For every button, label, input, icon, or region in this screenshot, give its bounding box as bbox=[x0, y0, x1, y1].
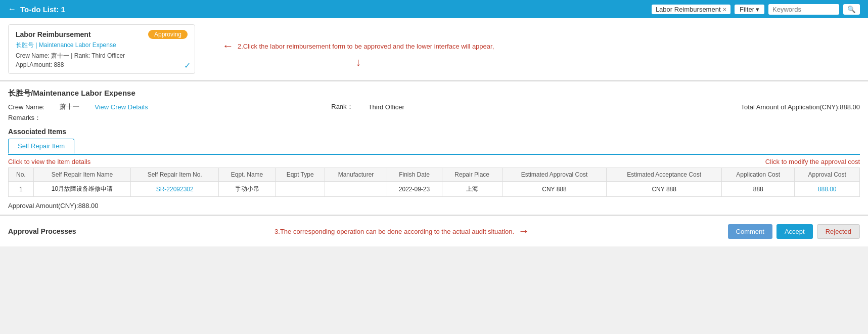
todo-card-crew-info: Crew Name: 萧十一 | Rank: Third Officer bbox=[16, 52, 188, 60]
annotation-3-text: 3.The corresponding operation can be don… bbox=[275, 228, 514, 235]
cell-application-cost: 888 bbox=[722, 182, 795, 197]
filter-tag: Labor Reimbursement × bbox=[652, 5, 730, 14]
col-no: No. bbox=[9, 168, 34, 182]
cell-est-approval-cost: CNY 888 bbox=[502, 182, 606, 197]
comment-button[interactable]: Comment bbox=[728, 224, 772, 239]
tab-self-repair-item[interactable]: Self Repair Item bbox=[8, 139, 74, 154]
repair-items-table: No. Self Repair Item Name Self Repair It… bbox=[8, 168, 860, 197]
remarks-label: Remarks： bbox=[8, 113, 41, 122]
filter-tag-close[interactable]: × bbox=[723, 6, 727, 13]
search-input[interactable] bbox=[768, 4, 839, 15]
annotation-1: ← 2.Click the labor reimbursement form t… bbox=[222, 39, 494, 53]
approving-badge: Approving bbox=[148, 30, 188, 39]
back-icon[interactable]: ← bbox=[8, 5, 16, 14]
cell-est-acceptance-cost: CNY 888 bbox=[607, 182, 722, 197]
col-eqpt-name: Eqpt. Name bbox=[219, 168, 276, 182]
approval-processes-label: Approval Processes bbox=[8, 227, 76, 235]
crew-name-label: Crew Name: bbox=[8, 103, 44, 111]
associated-items-label: Associated Items bbox=[8, 128, 860, 136]
col-repair-place: Repair Place bbox=[442, 168, 502, 182]
approval-processes-section: Approval Processes 3.The corresponding o… bbox=[0, 216, 868, 246]
col-approval-cost: Approval Cost bbox=[795, 168, 860, 182]
view-crew-details-link[interactable]: View Crew Details bbox=[95, 103, 148, 111]
col-item-name: Self Repair Item Name bbox=[33, 168, 131, 182]
page-title: To-do List: 1 bbox=[20, 5, 648, 14]
annotation-1-arrow-down: ↓ bbox=[222, 57, 494, 68]
cell-item-name: 10月故障设备维修申请 bbox=[33, 182, 131, 197]
detail-title: 长胜号/Maintenance Labor Expense bbox=[8, 89, 860, 98]
col-manufacturer: Manufacturer bbox=[325, 168, 387, 182]
total-amount: Total Amount of Application(CNY):888.00 bbox=[741, 103, 860, 111]
approval-annotation: 3.The corresponding operation can be don… bbox=[84, 225, 720, 238]
rank-label: Rank： bbox=[331, 102, 353, 111]
col-item-no: Self Repair Item No. bbox=[131, 168, 219, 182]
top-bar: ← To-do List: 1 Labor Reimbursement × Fi… bbox=[0, 0, 868, 18]
cell-manufacturer bbox=[325, 182, 387, 197]
cell-item-no[interactable]: SR-22092302 bbox=[131, 182, 219, 197]
todo-section: Labor Reimbursement Approving 长胜号 | Main… bbox=[0, 18, 868, 81]
todo-card-link[interactable]: 长胜号 | Maintenance Labor Expense bbox=[16, 41, 116, 49]
detail-section: 长胜号/Maintenance Labor Expense Crew Name:… bbox=[0, 81, 868, 216]
cell-no: 1 bbox=[9, 182, 34, 197]
accept-button[interactable]: Accept bbox=[776, 224, 813, 239]
crew-name-value: 萧十一 bbox=[60, 102, 79, 111]
tab-bar: Self Repair Item bbox=[8, 139, 860, 155]
todo-card-amount: Appl.Amount: 888 bbox=[16, 61, 188, 68]
col-eqpt-type: Eqpt Type bbox=[275, 168, 325, 182]
col-finish-date: Finish Date bbox=[387, 168, 442, 182]
cell-eqpt-name: 手动小吊 bbox=[219, 182, 276, 197]
annotation-modify-cost: Click to modify the approval cost bbox=[765, 158, 860, 165]
todo-card-title: Labor Reimbursement bbox=[16, 30, 91, 38]
cell-eqpt-type bbox=[275, 182, 325, 197]
cell-approval-cost[interactable]: 888.00 bbox=[795, 182, 860, 197]
approval-buttons: Comment Accept Rejected bbox=[728, 224, 860, 239]
search-button[interactable]: 🔍 bbox=[843, 4, 860, 15]
rejected-button[interactable]: Rejected bbox=[817, 224, 860, 239]
table-annotations: Click to view the item details Click to … bbox=[8, 155, 860, 168]
todo-card-check-icon: ✓ bbox=[184, 61, 191, 70]
cell-repair-place: 上海 bbox=[442, 182, 502, 197]
annotation-1-text: 2.Click the labor reimbursement form to … bbox=[238, 43, 494, 50]
rank-value: Third Officer bbox=[369, 103, 404, 111]
approval-amount: Approval Amount(CNY):888.00 bbox=[8, 202, 860, 210]
table-row: 1 10月故障设备维修申请 SR-22092302 手动小吊 2022-09-2… bbox=[9, 182, 860, 197]
filter-tag-label: Labor Reimbursement bbox=[656, 6, 721, 13]
annotation-view-items: Click to view the item details bbox=[8, 158, 90, 165]
top-bar-right: Labor Reimbursement × Filter ▾ 🔍 bbox=[652, 4, 860, 15]
col-est-acceptance-cost: Estimated Acceptance Cost bbox=[607, 168, 722, 182]
filter-button[interactable]: Filter ▾ bbox=[735, 5, 764, 14]
todo-card[interactable]: Labor Reimbursement Approving 长胜号 | Main… bbox=[8, 24, 195, 74]
col-est-approval-cost: Estimated Approval Cost bbox=[502, 168, 606, 182]
cell-finish-date: 2022-09-23 bbox=[387, 182, 442, 197]
col-application-cost: Application Cost bbox=[722, 168, 795, 182]
annotation-3-arrow: → bbox=[518, 225, 529, 238]
